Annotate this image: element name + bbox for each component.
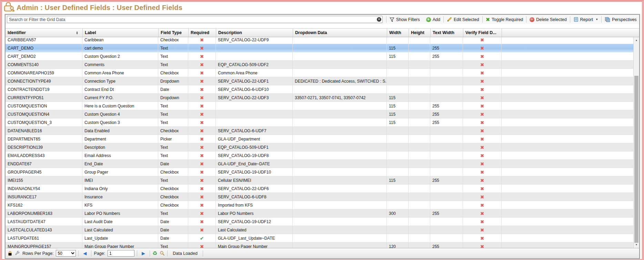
- cell-text-width: [430, 234, 463, 242]
- table-row[interactable]: CONTRACTENDDT19 Contract End Dt Date ✖ S…: [6, 85, 639, 94]
- cell-description: SERV_CATALOG-22-UDF6: [216, 185, 293, 193]
- column-header-width[interactable]: Width: [387, 29, 409, 37]
- cell-filler: [502, 226, 639, 234]
- column-header-text-width[interactable]: Text Width: [430, 29, 463, 37]
- table-row[interactable]: COMMENTS140 Comments Text ✖ EQP_CATALOG-…: [6, 61, 639, 69]
- table-row[interactable]: CART_DEMO cart demo Text ✖ 115 255 ✖: [6, 44, 639, 52]
- table-row[interactable]: KFS162 KFS Checkbox ✖ Imported from KFS …: [6, 201, 639, 209]
- cell-field-type: Text: [158, 176, 188, 185]
- application-window: Admin : User Defined Fields : User Defin…: [0, 0, 644, 260]
- table-row[interactable]: GROUPPAGER45 Group Pager Checkbox ✖ SERV…: [6, 168, 639, 176]
- verify-no-icon: ✖: [480, 103, 484, 109]
- table-row[interactable]: DESCRIPTION139 Description Text ✖ EQP_CA…: [6, 143, 639, 152]
- scroll-up-button[interactable]: ▲: [634, 38, 639, 43]
- cell-dropdown-data: [293, 37, 387, 44]
- table-row[interactable]: CONNECTIONTYPE49 Connection Type Dropdow…: [6, 77, 639, 85]
- cell-height: [409, 135, 430, 143]
- table-row[interactable]: ENDDATE67 End_Date Date ✖ GLA-UDF_End_Da…: [6, 160, 639, 168]
- table-row[interactable]: MAINGROUPPAGE157 Main Group Pager Number…: [6, 242, 639, 248]
- table-row[interactable]: CUSTOMQUESTION_3 Custom Question 3 Text …: [6, 118, 639, 127]
- cell-verify-field: ✖: [463, 201, 502, 209]
- cell-filler: [502, 69, 639, 77]
- cell-label: Caribbean: [82, 37, 158, 44]
- next-page-icon[interactable]: ▶: [140, 251, 147, 256]
- edit-selected-button[interactable]: Edit Selected: [444, 16, 482, 23]
- table-row[interactable]: CARIBBEAN57 Caribbean Checkbox ✖ SERV_CA…: [6, 37, 639, 44]
- cell-verify-field: ✖: [463, 61, 502, 69]
- cell-label: Common Area Phone: [82, 69, 158, 77]
- wrench-icon[interactable]: [15, 251, 20, 256]
- column-label: Description: [218, 30, 242, 35]
- required-no-icon: ✖: [200, 161, 204, 167]
- column-header-description[interactable]: Description: [216, 29, 293, 37]
- toggle-required-button[interactable]: ✖ Toggle Required: [483, 16, 526, 23]
- column-header-field-type[interactable]: Field Type: [158, 29, 188, 37]
- column-label: Field Type: [161, 30, 182, 35]
- add-label: Add: [433, 17, 440, 22]
- show-filters-button[interactable]: Show Filters: [386, 16, 423, 23]
- search-input[interactable]: [7, 16, 383, 23]
- perspectives-icon: [605, 17, 610, 22]
- table-row[interactable]: CUSTOMQUESTION4 Custom Question 4 Text ✖…: [6, 110, 639, 118]
- prev-page-icon[interactable]: ◀: [81, 251, 89, 256]
- table-row[interactable]: COMMONAREAPHO159 Common Area Phone Check…: [6, 69, 639, 77]
- cell-text-width: 255: [430, 102, 463, 110]
- cell-verify-field: ✖: [463, 69, 502, 77]
- rows-per-page-select[interactable]: 50: [56, 250, 76, 257]
- column-label: Width: [389, 30, 401, 35]
- table-row[interactable]: LABORPONUMBER163 Labor PO Numbers Text ✖…: [6, 209, 639, 218]
- vertical-scrollbar[interactable]: ▲ ▼: [633, 37, 639, 248]
- cell-verify-field: ✖: [463, 44, 502, 52]
- table-row[interactable]: CURRENTFYPO51 Current FY P.O. Dropdown ✖…: [6, 94, 639, 102]
- cell-description: EQP_CATALOG-509-UDF1: [216, 143, 293, 152]
- perspectives-button[interactable]: Perspectives ▼: [602, 16, 640, 23]
- table-row[interactable]: INDIANAONLY54 Indiana Only Checkbox ✖ SE…: [6, 185, 639, 193]
- lock-icon[interactable]: [8, 251, 12, 256]
- cell-description: Labor PO Numbers: [216, 209, 293, 218]
- column-header-verify-field[interactable]: Verify Field D...: [463, 29, 502, 37]
- cell-text-width: [430, 77, 463, 85]
- table-row[interactable]: CUSTOMQUESTION Here is a Custom Question…: [6, 102, 639, 110]
- cell-dropdown-data: [293, 110, 387, 118]
- refresh-icon[interactable]: ♻: [152, 250, 157, 257]
- column-header-identifier[interactable]: Identifier ▲▼: [6, 29, 82, 37]
- cell-required: ✖: [188, 127, 216, 135]
- column-header-dropdown-data[interactable]: Dropdown Data: [293, 29, 387, 37]
- cell-field-type: Date: [158, 226, 188, 234]
- cell-field-type: Checkbox: [158, 69, 188, 77]
- table-row[interactable]: EMAILADDRESS43 Email Address Text ✖ SERV…: [6, 152, 639, 160]
- cell-label: Department: [82, 135, 158, 143]
- table-row[interactable]: LASTCALCULATED143 Last Calculated Date ✖…: [6, 226, 639, 234]
- table-row[interactable]: LASTUPDATE61 Last_Update Date ✔ GLA-UDF_…: [6, 234, 639, 242]
- table-row[interactable]: IMEI155 IMEI Text ✖ Cellular ESN/IMEI 11…: [6, 176, 639, 185]
- table-row[interactable]: LASTAUDITDATE47 Last Audit Date Date ✖ S…: [6, 218, 639, 226]
- cell-width: [387, 168, 409, 176]
- report-button[interactable]: Report ▼: [570, 16, 601, 23]
- delete-selected-button[interactable]: − Delete Selected: [526, 16, 570, 23]
- cell-description: Last Calculated: [216, 226, 293, 234]
- cell-filler: [502, 209, 639, 218]
- magnifier-icon[interactable]: [160, 251, 165, 256]
- scroll-down-button[interactable]: ▼: [634, 242, 639, 248]
- clear-search-icon[interactable]: ✕: [377, 17, 381, 22]
- column-header-height[interactable]: Height: [409, 29, 430, 37]
- page-number-input[interactable]: [108, 250, 134, 257]
- verify-no-icon: ✖: [480, 227, 484, 233]
- table-row[interactable]: DEPARTMENT65 Department Picker ✖ GLA-UDF…: [6, 135, 639, 143]
- table-row[interactable]: CART_DEMO2 Custom Question 2 Text ✖ 115 …: [6, 52, 639, 61]
- column-header-required[interactable]: Required: [188, 29, 216, 37]
- cell-verify-field: ✖: [463, 176, 502, 185]
- add-button[interactable]: + Add: [423, 16, 443, 23]
- scrollbar-thumb[interactable]: [634, 76, 638, 243]
- cell-field-type: Text: [158, 242, 188, 248]
- cell-height: [409, 118, 430, 127]
- cell-filler: [502, 127, 639, 135]
- column-header-label[interactable]: Label: [82, 29, 158, 37]
- cell-label: Last_Update: [82, 234, 158, 242]
- table-row[interactable]: DATAENABLED16 Data Enabled Checkbox ✖ SE…: [6, 127, 639, 135]
- cell-identifier: CART_DEMO: [6, 44, 82, 52]
- cell-identifier: CART_DEMO2: [6, 52, 82, 61]
- table-row[interactable]: INSURANCE17 Insurance Checkbox ✖ SERV_CA…: [6, 193, 639, 201]
- cell-label: Main Group Pager Number: [82, 242, 158, 248]
- cell-filler: [502, 193, 639, 201]
